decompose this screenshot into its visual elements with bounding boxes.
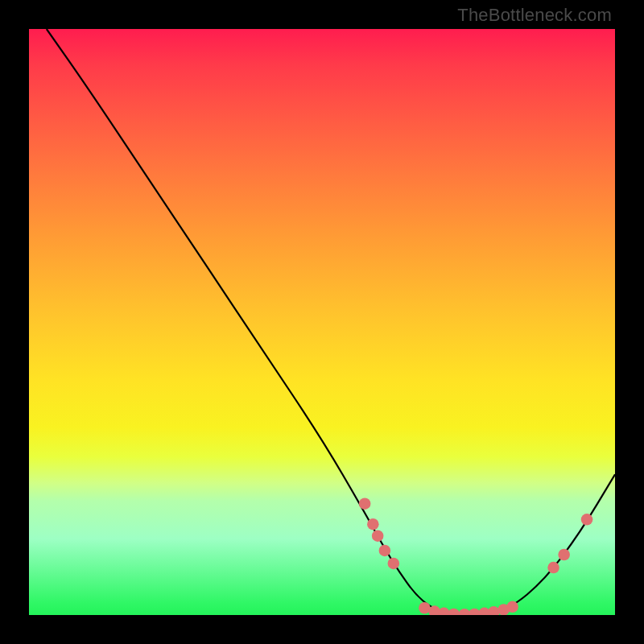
data-points [359,497,592,615]
chart-svg [29,29,615,615]
bottom-8 [488,606,500,615]
chart-frame: TheBottleneck.com [0,0,644,644]
watermark: TheBottleneck.com [457,5,612,26]
left-cluster-4 [379,545,391,557]
bottom-5 [459,609,471,615]
right-cluster-1 [547,562,559,574]
bottom-4 [448,609,460,615]
bottom-3 [438,608,450,615]
left-cluster-3 [372,530,384,542]
bottom-1 [419,602,431,614]
bottleneck-curve [47,29,615,615]
left-cluster-1 [359,497,371,510]
bottom-6 [469,609,481,615]
right-upper [581,514,593,526]
bottom-10 [506,601,518,613]
left-cluster-2 [367,518,379,530]
left-cluster-5 [388,558,400,570]
right-cluster-2 [558,549,570,561]
